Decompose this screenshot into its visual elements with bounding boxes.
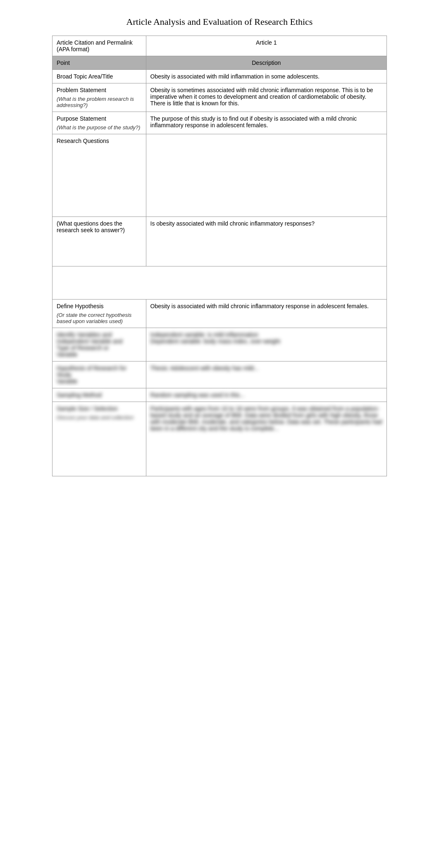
problem-statement-point: Problem Statement (What is the problem r… (52, 83, 146, 112)
variables-description: Independent variable: is mild inflammati… (146, 328, 387, 361)
research-questions-point: Research Questions (52, 134, 146, 217)
article-citation-row: Article Citation and Permalink(APA forma… (52, 36, 387, 56)
problem-statement-row: Problem Statement (What is the problem r… (52, 83, 387, 112)
research-questions-sub-point: (What questions does the research seek t… (52, 217, 146, 266)
broad-topic-description: Obesity is associated with mild inflamma… (146, 70, 387, 83)
article-1-cell: Article 1 (146, 36, 387, 56)
variables-point: Identify Variables andIndependent Variab… (52, 328, 146, 361)
page-title: Article Analysis and Evaluation of Resea… (52, 17, 387, 27)
research-questions-answer: Is obesity associated with mild chronic … (146, 217, 387, 266)
purpose-statement-row: Purpose Statement (What is the purpose o… (52, 112, 387, 134)
sample-size-description: Participants with ages from 10 to 16 wer… (146, 402, 387, 476)
broad-topic-row: Broad Topic Area/Title Obesity is associ… (52, 70, 387, 83)
sample-size-row: Sample Size / Selection Discuss your dat… (52, 402, 387, 476)
sampling-method-description: Random sampling was used in this... (146, 388, 387, 402)
spacer-row-1 (52, 266, 387, 300)
sampling-method-row: Sampling Method Random sampling was used… (52, 388, 387, 402)
description-header: Description (146, 56, 387, 70)
main-table: Article Citation and Permalink(APA forma… (52, 36, 387, 476)
article-1-label: Article 1 (256, 39, 277, 46)
sample-size-point: Sample Size / Selection Discuss your dat… (52, 402, 146, 476)
variables-row: Identify Variables andIndependent Variab… (52, 328, 387, 361)
broad-topic-point: Broad Topic Area/Title (52, 70, 146, 83)
column-header-row: Point Description (52, 56, 387, 70)
research-questions-description-empty (146, 134, 387, 217)
sampling-method-point: Sampling Method (52, 388, 146, 402)
hypothesis-research-point: Hypothesis of Research forStudy Variable (52, 361, 146, 388)
hypothesis-research-description: Thesis: Adolescent with obesity has mild… (146, 361, 387, 388)
purpose-statement-point: Purpose Statement (What is the purpose o… (52, 112, 146, 134)
page-container: Article Analysis and Evaluation of Resea… (44, 8, 395, 485)
purpose-statement-description: The purpose of this study is to find out… (146, 112, 387, 134)
problem-statement-description: Obesity is sometimes associated with mil… (146, 83, 387, 112)
hypothesis-row: Define Hypothesis (Or state the correct … (52, 300, 387, 328)
hypothesis-description: Obesity is associated with mild chronic … (146, 300, 387, 328)
hypothesis-point: Define Hypothesis (Or state the correct … (52, 300, 146, 328)
research-questions-header-row: Research Questions (52, 134, 387, 217)
citation-text: Article Citation and Permalink(APA forma… (57, 39, 133, 52)
point-header: Point (52, 56, 146, 70)
hypothesis-research-row: Hypothesis of Research forStudy Variable… (52, 361, 387, 388)
article-citation-label: Article Citation and Permalink(APA forma… (52, 36, 146, 56)
research-questions-answer-row: (What questions does the research seek t… (52, 217, 387, 266)
